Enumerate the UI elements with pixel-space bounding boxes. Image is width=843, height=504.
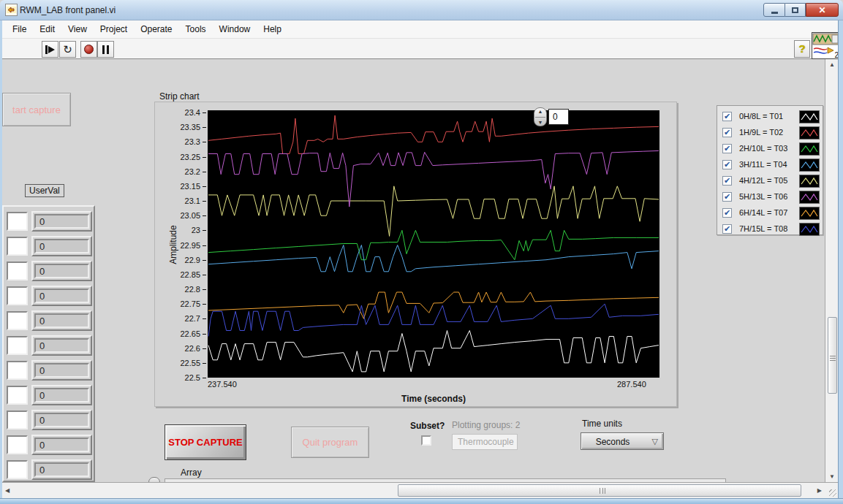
userval-value-field[interactable]: 0 [34, 214, 89, 229]
legend-checkbox[interactable]: ✔ [722, 176, 732, 186]
userval-indicator[interactable] [7, 460, 28, 479]
y-tick-mark [203, 334, 206, 335]
y-tick-label: 23.15 [158, 181, 200, 191]
userval-indicator[interactable] [7, 311, 28, 330]
userval-indicator[interactable] [7, 336, 28, 355]
vi-icon-badge[interactable]: 2 [812, 32, 840, 59]
legend-checkbox[interactable]: ✔ [722, 224, 732, 234]
scroll-up-icon[interactable]: ▲ [829, 61, 835, 68]
run-continuous-button[interactable]: ↻ [59, 41, 76, 58]
run-button[interactable] [42, 41, 58, 58]
legend-swatch[interactable] [799, 223, 820, 236]
menu-file[interactable]: File [6, 22, 33, 37]
userval-indicator[interactable] [7, 212, 28, 231]
userval-indicator[interactable] [7, 361, 28, 380]
x-axis-label: Time (seconds) [208, 394, 659, 404]
userval-field-frame: 0 [31, 410, 92, 430]
window-title: RWM_LAB front panel.vi [20, 5, 116, 15]
userval-value-field[interactable]: 0 [34, 338, 89, 353]
userval-value-field[interactable]: 0 [34, 388, 89, 402]
userval-value-field[interactable]: 0 [34, 264, 89, 278]
userval-indicator[interactable] [7, 261, 28, 280]
legend-swatch[interactable] [799, 207, 820, 220]
scroll-down-icon[interactable]: ▼ [829, 473, 835, 480]
window-border-right [838, 20, 843, 498]
legend-checkbox[interactable]: ✔ [722, 160, 732, 169]
scroll-right-icon[interactable]: ▶ [817, 487, 822, 494]
vertical-scroll-thumb[interactable] [828, 317, 837, 394]
legend-swatch[interactable] [799, 159, 820, 172]
spinner-down-icon[interactable]: ▼ [534, 120, 546, 125]
y-tick-mark [203, 378, 206, 378]
userval-value-field[interactable]: 0 [34, 239, 89, 253]
history-value-field[interactable]: 0 [548, 109, 569, 125]
y-tick-label: 22.7 [158, 313, 200, 324]
menu-view[interactable]: View [61, 22, 94, 37]
userval-indicator[interactable] [7, 411, 28, 429]
userval-indicator[interactable] [7, 386, 28, 405]
close-button[interactable]: ✕ [806, 3, 839, 17]
legend-checkbox[interactable]: ✔ [722, 112, 732, 121]
vertical-scrollbar[interactable]: ▲ ▼ [825, 59, 838, 482]
userval-indicator[interactable] [7, 435, 28, 454]
legend-swatch[interactable] [799, 175, 820, 188]
menu-operate[interactable]: Operate [134, 22, 178, 37]
menu-tools[interactable]: Tools [179, 22, 213, 37]
scroll-left-icon[interactable]: ◀ [5, 487, 10, 494]
resize-grip-icon[interactable] [829, 489, 836, 497]
legend-swatch[interactable] [799, 191, 820, 204]
userval-value-field[interactable]: 0 [34, 289, 89, 303]
legend-label: 7H/15L = T08 [739, 224, 787, 233]
y-tick-label: 23.35 [158, 122, 200, 132]
legend-checkbox[interactable]: ✔ [722, 144, 732, 153]
abort-button[interactable] [80, 41, 97, 58]
y-tick-label: 23.3 [158, 137, 200, 147]
userval-value-field[interactable]: 0 [34, 313, 89, 328]
thermocouple-field[interactable]: Thermocouple [452, 434, 518, 450]
y-tick-label: 22.85 [158, 270, 200, 280]
userval-row: 0 [4, 435, 94, 455]
menu-project[interactable]: Project [94, 22, 134, 37]
legend-checkbox[interactable]: ✔ [722, 192, 732, 202]
context-help-button[interactable]: ? [794, 40, 810, 58]
y-tick-mark [203, 142, 206, 142]
legend-checkbox[interactable]: ✔ [722, 208, 732, 218]
y-tick-label: 22.95 [158, 240, 200, 251]
legend-swatch[interactable] [799, 142, 820, 156]
stop-capture-button[interactable]: STOP CAPTURE [165, 424, 246, 460]
titlebar[interactable]: RWM_LAB front panel.vi ✕ [0, 0, 843, 20]
subset-checkbox[interactable] [421, 435, 431, 446]
spinner-up-icon[interactable]: ▲ [534, 109, 546, 114]
userval-row: 0 [4, 459, 94, 480]
menu-edit[interactable]: Edit [33, 22, 61, 37]
plotting-groups-label: Plotting groups: 2 [452, 420, 520, 430]
continuous-run-icon: ↻ [63, 44, 72, 55]
legend-checkbox[interactable]: ✔ [722, 128, 732, 137]
quit-program-button[interactable]: Quit program [291, 427, 369, 458]
userval-value-field[interactable]: 0 [34, 438, 89, 452]
start-capture-button[interactable]: tart capture [2, 93, 71, 126]
horizontal-scrollbar[interactable]: ◀ ▶ [2, 482, 825, 498]
history-spinner[interactable]: ▲ ▼ [534, 107, 547, 126]
legend-swatch[interactable] [799, 126, 820, 140]
pause-button[interactable] [97, 41, 114, 58]
userval-value-field[interactable]: 0 [34, 363, 89, 378]
userval-indicator[interactable] [7, 237, 28, 256]
menu-help[interactable]: Help [257, 22, 288, 37]
horizontal-scroll-thumb[interactable] [398, 484, 801, 497]
userval-value-field[interactable]: 0 [34, 413, 89, 427]
y-tick-mark [203, 304, 206, 305]
array-index-spinner[interactable] [148, 477, 160, 482]
trace-T02 [208, 115, 659, 154]
front-panel: tart capture UserVal 00000000000 Strip c… [2, 59, 825, 482]
menu-window[interactable]: Window [213, 22, 257, 37]
time-units-dropdown[interactable]: Seconds ▽ [581, 432, 664, 450]
trace-T07 [208, 292, 659, 318]
userval-indicator[interactable] [7, 286, 28, 305]
legend-swatch[interactable] [799, 110, 820, 123]
userval-field-frame: 0 [31, 236, 92, 256]
userval-value-field[interactable]: 0 [34, 462, 89, 477]
maximize-button[interactable] [785, 3, 806, 17]
y-tick-mark [203, 363, 206, 364]
minimize-button[interactable] [763, 3, 785, 17]
